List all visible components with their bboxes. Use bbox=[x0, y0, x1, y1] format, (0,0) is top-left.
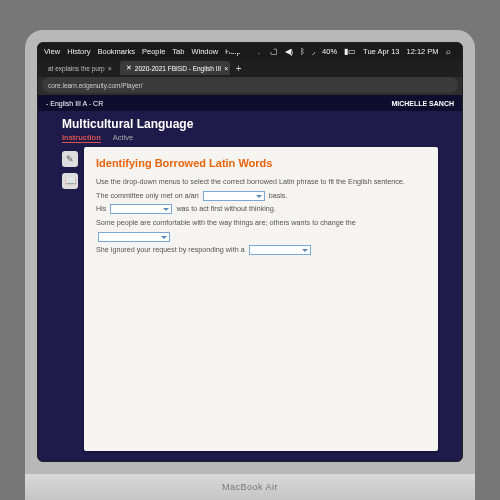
menu-item[interactable]: History bbox=[67, 47, 90, 56]
glossary-icon[interactable]: 📖 bbox=[62, 173, 78, 189]
sentence-text: basis. bbox=[267, 191, 288, 200]
unit-tabs: Instruction Active bbox=[62, 133, 438, 143]
tab-favicon: ✕ bbox=[126, 64, 132, 72]
student-name: MICHELLE SANCH bbox=[391, 100, 454, 107]
menu-item[interactable]: Window bbox=[191, 47, 218, 56]
tab-active[interactable]: Active bbox=[113, 133, 133, 143]
browser-window: at explains the purp× ✕2020-2021 FBISD -… bbox=[38, 59, 462, 461]
address-bar[interactable]: core.learn.edgenuity.com/Player/ bbox=[42, 77, 458, 93]
dropdown-2[interactable] bbox=[110, 204, 172, 214]
sentence-text: His bbox=[96, 204, 108, 213]
unit-title: Multicultural Language bbox=[62, 117, 438, 131]
menu-item[interactable]: View bbox=[44, 47, 60, 56]
sentence-text: Some people are comfortable with the way… bbox=[96, 218, 356, 227]
bluetooth-icon: ᛒ bbox=[300, 47, 305, 56]
tab-strip: at explains the purp× ✕2020-2021 FBISD -… bbox=[38, 59, 462, 77]
tool-rail: ✎ 📖 bbox=[62, 147, 80, 451]
camera-notch bbox=[225, 43, 275, 53]
close-icon[interactable]: × bbox=[224, 65, 228, 72]
menu-item[interactable]: Bookmarks bbox=[97, 47, 135, 56]
lesson-intro: Use the drop-down menus to select the co… bbox=[96, 177, 405, 186]
lesson-card: Identifying Borrowed Latin Words Use the… bbox=[84, 147, 438, 451]
wifi-icon: ◞ bbox=[312, 47, 315, 56]
course-header: - English III A - CR MICHELLE SANCH bbox=[38, 95, 462, 111]
dropdown-4[interactable] bbox=[249, 245, 311, 255]
menu-item[interactable]: People bbox=[142, 47, 165, 56]
sentence-text: was to act first without thinking. bbox=[174, 204, 275, 213]
spotlight-icon[interactable]: ⌕ bbox=[446, 47, 451, 56]
course-title: - English III A - CR bbox=[46, 100, 103, 107]
sentence-text: She ignored your request by responding w… bbox=[96, 245, 247, 254]
close-icon[interactable]: × bbox=[108, 65, 112, 72]
browser-tab-active[interactable]: ✕2020-2021 FBISD - English III× bbox=[120, 61, 230, 75]
volume-icon: ◀) bbox=[285, 47, 294, 56]
unit-header: Multicultural Language Instruction Activ… bbox=[38, 111, 462, 143]
sentence-text: The committee only met on a/an bbox=[96, 191, 201, 200]
lesson-stage: ✎ 📖 Identifying Borrowed Latin Words Use… bbox=[62, 147, 438, 451]
menu-item[interactable]: Tab bbox=[172, 47, 184, 56]
battery-icon: ▮▭ bbox=[344, 47, 356, 56]
battery-percent: 40% bbox=[322, 47, 337, 56]
menubar-time: 12:12 PM bbox=[407, 47, 439, 56]
laptop-frame: View History Bookmarks People Tab Window… bbox=[25, 30, 475, 500]
new-tab-button[interactable]: + bbox=[232, 63, 246, 74]
edgenuity-app: - English III A - CR MICHELLE SANCH Mult… bbox=[38, 95, 462, 461]
browser-tab[interactable]: at explains the purp× bbox=[42, 61, 118, 75]
tab-instruction[interactable]: Instruction bbox=[62, 133, 101, 143]
dropdown-1[interactable] bbox=[203, 191, 265, 201]
lesson-body: Use the drop-down menus to select the co… bbox=[96, 175, 426, 257]
menubar-date: Tue Apr 13 bbox=[363, 47, 399, 56]
laptop-base: MacBook Air bbox=[25, 474, 475, 500]
lesson-title: Identifying Borrowed Latin Words bbox=[96, 157, 426, 169]
pencil-icon[interactable]: ✎ bbox=[62, 151, 78, 167]
screen: View History Bookmarks People Tab Window… bbox=[37, 42, 463, 462]
dropdown-3[interactable] bbox=[98, 232, 170, 242]
